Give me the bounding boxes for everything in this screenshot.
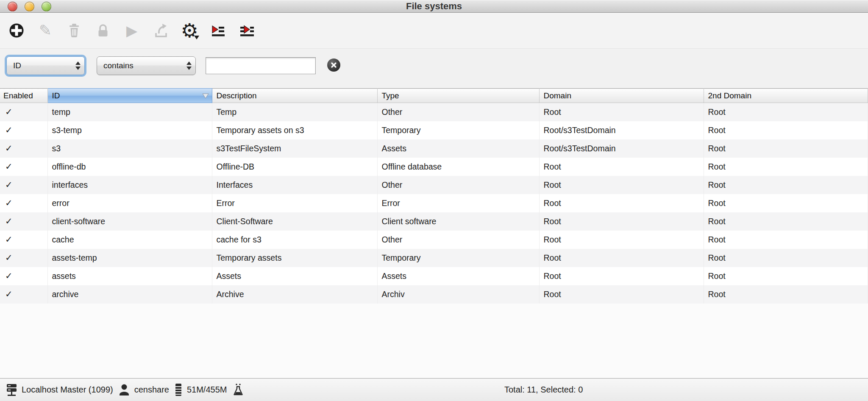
run-button: ▶ [123, 21, 141, 40]
cell-type: Client software [377, 212, 539, 231]
cell-id: interfaces [47, 176, 212, 194]
cell-2nd-domain: Root [704, 249, 868, 267]
cell-enabled: ✓ [0, 158, 47, 176]
filter-bar: ID contains [0, 49, 868, 88]
filter-query-input[interactable] [206, 57, 316, 74]
cell-description: cache for s3 [212, 231, 377, 249]
memory-icon [174, 383, 183, 396]
gc-status[interactable] [232, 383, 245, 397]
cell-type: Temporary [377, 249, 539, 267]
table-row[interactable]: ✓ offline-db Offline-DB Offline database… [0, 158, 868, 176]
pencil-icon: ✎ [39, 23, 52, 38]
run-server-action-icon [211, 23, 226, 38]
actions-button[interactable]: ⚙ [181, 21, 198, 40]
column-header-domain[interactable]: Domain [539, 89, 704, 103]
clear-filter-button[interactable] [327, 58, 340, 72]
table-row[interactable]: ✓ interfaces Interfaces Other Root Root [0, 176, 868, 194]
user-label: censhare [134, 385, 169, 395]
table-row[interactable]: ✓ error Error Error Root Root [0, 194, 868, 212]
play-icon: ▶ [126, 23, 137, 38]
cell-domain: Root/s3TestDomain [539, 121, 704, 139]
delete-button [65, 21, 83, 40]
filter-field-select[interactable]: ID [6, 56, 85, 75]
server-status: Localhost Master (1099) [6, 383, 113, 396]
run-server-action-selected-button[interactable] [238, 21, 256, 40]
cell-enabled: ✓ [0, 194, 47, 212]
cell-id: assets-temp [47, 249, 212, 267]
cell-description: Client-Software [212, 212, 377, 231]
cell-description: Interfaces [212, 176, 377, 194]
flask-icon [232, 383, 245, 397]
cell-enabled: ✓ [0, 212, 47, 231]
cell-id: s3 [47, 139, 212, 158]
cell-2nd-domain: Root [704, 194, 868, 212]
cell-id: assets [47, 267, 212, 285]
cell-type: Error [377, 194, 539, 212]
table-row[interactable]: ✓ s3-temp Temporary assets on s3 Tempora… [0, 121, 868, 139]
cell-type: Offline database [377, 158, 539, 176]
column-header-2nd-domain[interactable]: 2nd Domain [704, 89, 868, 103]
cell-domain: Root [539, 285, 704, 304]
user-icon [118, 384, 130, 396]
cell-description: s3TestFileSystem [212, 139, 377, 158]
title-bar[interactable]: File systems [0, 0, 868, 13]
add-button[interactable] [8, 21, 25, 40]
table-row[interactable]: ✓ cache cache for s3 Other Root Root [0, 231, 868, 249]
column-header-type[interactable]: Type [377, 89, 539, 103]
cell-description: Temporary assets on s3 [212, 121, 377, 139]
cell-enabled: ✓ [0, 176, 47, 194]
cell-description: Temp [212, 103, 377, 121]
cell-description: Assets [212, 267, 377, 285]
plus-circle-icon [8, 22, 25, 39]
toolbar: ✎ ▶ [0, 13, 868, 49]
cell-enabled: ✓ [0, 285, 47, 304]
cell-id: error [47, 194, 212, 212]
stepper-arrows-icon [183, 61, 195, 70]
cell-2nd-domain: Root [704, 285, 868, 304]
filter-field-value: ID [7, 61, 72, 70]
cell-domain: Root [539, 249, 704, 267]
cell-2nd-domain: Root [704, 158, 868, 176]
cell-type: Other [377, 176, 539, 194]
cell-description: Archive [212, 285, 377, 304]
server-label: Localhost Master (1099) [22, 385, 113, 395]
selection-summary: Total: 11, Selected: 0 [504, 379, 583, 401]
table-row[interactable]: ✓ client-software Client-Software Client… [0, 212, 868, 231]
memory-label: 51M/455M [187, 385, 227, 395]
cell-id: archive [47, 285, 212, 304]
close-x-icon [331, 62, 337, 68]
cell-2nd-domain: Root [704, 139, 868, 158]
user-status: censhare [118, 384, 169, 396]
table-row[interactable]: ✓ archive Archive Archiv Root Root [0, 285, 868, 304]
table-row[interactable]: ✓ temp Temp Other Root Root [0, 103, 868, 121]
cell-type: Other [377, 103, 539, 121]
status-bar: Localhost Master (1099) censhare [0, 378, 868, 401]
cell-description: Error [212, 194, 377, 212]
cell-description: Temporary assets [212, 249, 377, 267]
table-body: ✓ temp Temp Other Root Root ✓ s3-temp Te… [0, 103, 868, 304]
column-header-id[interactable]: ID [47, 89, 212, 103]
cell-type: Assets [377, 267, 539, 285]
table-row[interactable]: ✓ assets Assets Assets Root Root [0, 267, 868, 285]
cell-domain: Root/s3TestDomain [539, 139, 704, 158]
cell-type: Assets [377, 139, 539, 158]
cell-domain: Root [539, 267, 704, 285]
export-button [152, 21, 170, 40]
table-row[interactable]: ✓ s3 s3TestFileSystem Assets Root/s3Test… [0, 139, 868, 158]
cell-enabled: ✓ [0, 121, 47, 139]
cell-2nd-domain: Root [704, 212, 868, 231]
filter-operator-select[interactable]: contains [97, 56, 196, 75]
column-header-description[interactable]: Description [212, 89, 377, 103]
table-row[interactable]: ✓ assets-temp Temporary assets Temporary… [0, 249, 868, 267]
cell-enabled: ✓ [0, 249, 47, 267]
cell-id: s3-temp [47, 121, 212, 139]
column-header-enabled[interactable]: Enabled [0, 89, 47, 103]
cell-id: offline-db [47, 158, 212, 176]
run-server-action-button[interactable] [209, 21, 227, 40]
cell-id: temp [47, 103, 212, 121]
table-header-row: Enabled ID Description Type Domain 2nd D… [0, 89, 868, 103]
cell-enabled: ✓ [0, 103, 47, 121]
cell-domain: Root [539, 176, 704, 194]
cell-domain: Root [539, 158, 704, 176]
cell-domain: Root [539, 194, 704, 212]
